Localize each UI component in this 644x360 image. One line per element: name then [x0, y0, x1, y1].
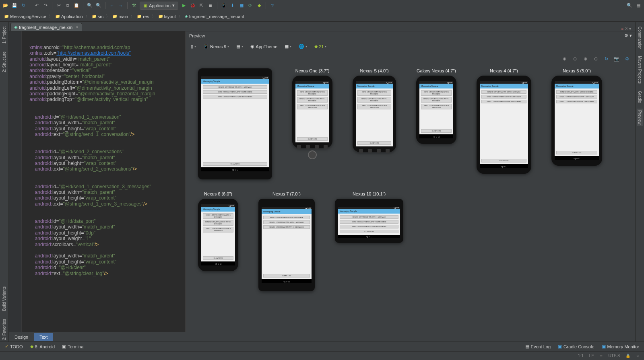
gradle-tab[interactable]: Gradle: [637, 89, 643, 105]
android-tool[interactable]: ◆6: Android: [30, 344, 55, 349]
run-config-selector[interactable]: ▣ Application ▾: [140, 2, 178, 10]
design-tab[interactable]: Design: [9, 333, 34, 341]
search-everywhere-icon[interactable]: 🔍: [626, 2, 633, 9]
editor-tab[interactable]: ◈ fragment_message_me.xml ×: [10, 23, 82, 31]
code-editor[interactable]: xmlns:android="http://schemas.android.co…: [9, 31, 186, 332]
gradle-console-tool[interactable]: ▣Gradle Console: [558, 344, 594, 349]
device-label: Nexus 4 (4.7"): [490, 68, 518, 73]
device-preview[interactable]: Nexus 7 (7.0")▾◢ 5:00Messaging SampleSEN…: [258, 191, 315, 291]
text-tab[interactable]: Text: [34, 333, 53, 341]
breadcrumb-item[interactable]: 📁Application: [54, 13, 85, 20]
paste-icon[interactable]: 📋: [73, 2, 80, 9]
breadcrumb-item[interactable]: 📁main: [111, 13, 130, 20]
build-variants-tab[interactable]: Build Variants: [1, 285, 7, 313]
preview-toolbar: ▯▾ 📱 Nexus 9▾ ▤▾ ◉ AppTheme ▦▾ 🌐▾ ◆ 21▾: [186, 40, 635, 53]
editor-tabs: ◈ fragment_message_me.xml × ≡3 ▾: [9, 22, 635, 31]
undo-icon[interactable]: ↶: [33, 2, 40, 9]
terminal-tool[interactable]: ▣Terminal: [62, 344, 85, 349]
make-icon[interactable]: ⚒: [131, 2, 137, 9]
bottom-tool-window-bar: ✓TODO ◆6: Android ▣Terminal ▤Event Log ▣…: [0, 341, 644, 351]
sync-icon[interactable]: ↻: [20, 2, 27, 9]
refresh-icon[interactable]: ↻: [603, 56, 609, 62]
zoom-in-icon[interactable]: ⊕: [561, 56, 568, 62]
line-separator[interactable]: LF: [589, 354, 594, 358]
close-icon[interactable]: ×: [76, 25, 78, 29]
monitor-icon[interactable]: ▦: [238, 2, 245, 9]
right-tool-stripe: Commander Maven Projects Gradle Preview: [635, 22, 644, 341]
sdk-icon[interactable]: ⬇: [229, 2, 236, 9]
breadcrumb: 📁MessagingService〉📁Application〉📁src〉📁mai…: [0, 11, 644, 22]
copy-icon[interactable]: ⧉: [64, 2, 71, 9]
activity-selector[interactable]: ▦▾: [283, 43, 293, 50]
device-preview[interactable]: Nexus 10 (10.1")▾◢ 5:00Messaging SampleS…: [335, 191, 403, 291]
preview-tab[interactable]: Preview: [637, 109, 643, 126]
run-icon[interactable]: ▶: [181, 2, 187, 9]
xml-file-icon: ◈: [14, 25, 17, 30]
todo-tool[interactable]: ✓TODO: [5, 344, 23, 349]
editor-mode-tabs: Design Text: [9, 332, 635, 341]
chevron-down-icon[interactable]: ▾: [629, 27, 631, 31]
settings-icon[interactable]: ▤: [635, 2, 642, 9]
hector-icon[interactable]: ☺: [636, 354, 640, 358]
help-icon[interactable]: ?: [269, 2, 276, 9]
android-icon: ▣: [143, 3, 147, 8]
structure-tool-tab[interactable]: 2: Structure: [1, 50, 7, 74]
memory-monitor-tool[interactable]: ▣Memory Monitor: [602, 344, 639, 349]
preview-title: Preview: [189, 33, 205, 38]
api-selector[interactable]: ◆ 21▾: [313, 43, 328, 50]
left-tool-stripe: 1: Project 2: Structure Build Variants 2…: [0, 22, 9, 341]
device-preview[interactable]: Nexus 6 (6.0")▾◢ 5:00Messaging SampleSEN…: [198, 191, 238, 291]
device-label: Nexus 10 (10.1"): [353, 191, 386, 196]
device-preview[interactable]: ▾◢ 5:00Messaging SampleSEND 1 CONVERSATI…: [198, 68, 272, 179]
avd-icon[interactable]: 📱: [221, 2, 227, 9]
favorites-tab[interactable]: 2: Favorites: [1, 317, 7, 341]
event-log-tool[interactable]: ▤Event Log: [525, 344, 551, 349]
device-preview[interactable]: Galaxy Nexus (4.7")▾◢ 5:00Messaging Samp…: [416, 68, 456, 179]
breadcrumb-item[interactable]: 📁MessagingService: [2, 13, 48, 20]
maven-tab[interactable]: Maven Projects: [637, 54, 643, 85]
device-label: Nexus One (3.7"): [295, 68, 330, 73]
sync-gradle-icon[interactable]: ⟳: [247, 2, 254, 9]
find-icon[interactable]: 🔍: [87, 2, 93, 9]
save-icon[interactable]: 💾: [11, 2, 18, 9]
debug-icon[interactable]: 🐞: [190, 2, 196, 9]
replace-icon[interactable]: 🔍: [95, 2, 102, 9]
breadcrumb-item[interactable]: 📁res: [135, 13, 151, 20]
back-icon[interactable]: ←: [109, 2, 115, 9]
device-preview[interactable]: Nexus 5 (5.0")▾◢ 5:00Messaging SampleSEN…: [551, 68, 602, 179]
android-robot-icon[interactable]: ◆: [256, 2, 262, 9]
breadcrumb-item[interactable]: 📁layout: [157, 13, 178, 20]
project-tool-tab[interactable]: 1: Project: [1, 25, 7, 45]
gear-icon[interactable]: ⚙ ▾: [624, 33, 632, 38]
screenshot-icon[interactable]: 📷: [613, 56, 620, 62]
breadcrumb-item[interactable]: ◈fragment_message_me.xml: [183, 13, 246, 20]
device-label: Nexus 5 (5.0"): [563, 68, 591, 73]
zoom-fit-icon[interactable]: ⊕: [582, 56, 588, 62]
lock-icon[interactable]: 🔒: [625, 354, 630, 358]
locale-selector[interactable]: 🌐▾: [297, 43, 309, 50]
theme-selector[interactable]: ◉ AppTheme: [249, 43, 279, 50]
commander-tab[interactable]: Commander: [637, 25, 643, 50]
settings-icon[interactable]: ⚙: [624, 56, 630, 62]
redo-icon[interactable]: ↷: [42, 2, 49, 9]
device-preview[interactable]: Nexus 4 (4.7")▾◢ 5:00Messaging SampleSEN…: [477, 68, 531, 179]
forward-icon[interactable]: →: [118, 2, 124, 9]
file-encoding[interactable]: UTF-8: [608, 354, 619, 358]
preview-pane: Preview ⚙ ▾ ▯▾ 📱 Nexus 9▾ ▤▾ ◉ AppTheme …: [186, 31, 635, 332]
device-preview[interactable]: Nexus One (3.7")▾◢ 5:00Messaging SampleS…: [292, 68, 332, 179]
orientation-selector[interactable]: ▯▾: [189, 43, 198, 50]
tab-info: ≡3 ▾: [621, 27, 634, 31]
status-bar: 1:1 LF ≑ UTF-8 🔒 ☺: [0, 351, 644, 360]
config-selector[interactable]: ▤▾: [235, 43, 245, 50]
device-selector[interactable]: 📱 Nexus 9▾: [202, 43, 231, 50]
cut-icon[interactable]: ✂: [56, 2, 62, 9]
zoom-actual-icon[interactable]: ⊖: [592, 56, 599, 62]
zoom-out-icon[interactable]: ⊖: [572, 56, 578, 62]
device-preview[interactable]: Nexus S (4.0")▾◢ 5:00Messaging SampleSEN…: [353, 68, 396, 179]
stop-icon[interactable]: ⏹: [207, 2, 214, 9]
attach-icon[interactable]: ⇱: [198, 2, 205, 9]
open-icon[interactable]: 📂: [2, 2, 9, 9]
device-label: Galaxy Nexus (4.7"): [417, 68, 456, 73]
breadcrumb-item[interactable]: 📁src: [90, 13, 105, 20]
device-label: Nexus S (4.0"): [360, 68, 388, 73]
